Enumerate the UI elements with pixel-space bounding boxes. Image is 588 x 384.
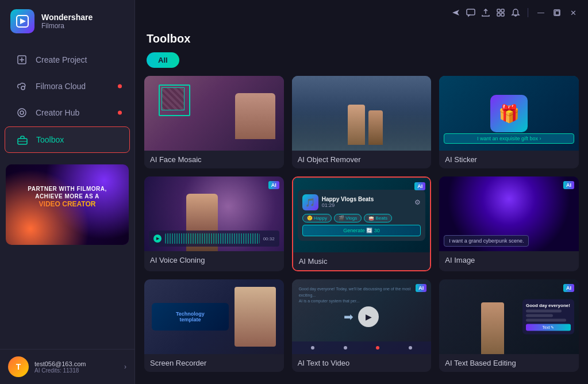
music-tags: 🙂 Happy 🎬 Vlogs 🥁 Beats [302,214,421,222]
ai-badge-music: AI [414,182,425,190]
label-ai-sticker: AI Sticker [439,151,579,168]
thumb-ai-text-based-editing: AI Good day everyone! Text ✎ [439,279,579,354]
image-prompt-text: I want a grand cyberpunk scene. [444,235,529,247]
toolbox-icon [17,134,28,145]
label-screen-recorder: Screen Recorder [144,354,284,372]
music-generate-button[interactable]: Generate 🔄 30 [302,225,421,236]
main-content: — ✕ Toolbox All [135,0,588,384]
app-name: Filmora [41,22,93,30]
avatar: T [8,356,29,377]
chat-icon[interactable] [466,7,476,18]
label-ai-face-mosaic: AI Face Mosaic [144,151,284,168]
thumb-face-mosaic [144,76,284,151]
sidebar-item-create-project[interactable]: Create Project [5,47,130,72]
win-separator [528,8,528,17]
creator-hub-icon [16,107,28,118]
tool-card-ai-voice-cloning[interactable]: AI ▶ 00:32 AI Voice Cloning [144,176,284,271]
user-chevron-icon: › [124,363,126,371]
music-card: 🎵 Happy Vlogs Beats 01:29 ⚙ 🙂 Happy 🎬 Vl… [298,190,426,241]
filmora-cloud-icon [16,80,28,92]
page-title: Toolbox [147,32,577,45]
music-header: 🎵 Happy Vlogs Beats 01:29 ⚙ [302,194,421,210]
logo-area: Wondershare Filmora [0,0,134,43]
ai-badge-text-editing: AI [563,284,574,292]
tool-card-ai-face-mosaic[interactable]: AI Face Mosaic [144,76,284,168]
upload-icon[interactable] [481,7,491,18]
ai-badge-text-video: AI [416,284,426,292]
promo-banner[interactable]: PARTNER WITH FILMORA, ACHIEVE MORE AS A … [6,164,129,245]
title-bar: — ✕ [135,0,588,25]
svg-rect-10 [497,9,500,12]
music-tag-beats: 🥁 Beats [364,214,392,222]
sidebar-item-filmora-cloud[interactable]: Filmora Cloud [5,74,130,99]
close-button[interactable]: ✕ [567,7,579,18]
tool-card-ai-object-remover[interactable]: AI Object Remover [292,76,432,168]
svg-point-5 [18,109,26,117]
promo-text-line1: PARTNER WITH FILMORA, [28,185,107,193]
label-ai-object-remover: AI Object Remover [292,151,432,168]
label-ai-text-to-video: AI Text to Video [292,354,432,372]
sidebar-label-toolbox: Toolbox [36,135,64,144]
svg-rect-9 [467,9,475,15]
nav-menu: Create Project Filmora Cloud Creator Hub [0,43,134,158]
user-info: test056@163.com AI Credits: 11318 [34,360,118,374]
minimize-button[interactable]: — [535,7,547,18]
brand-name: Wondershare [41,13,93,22]
tab-all[interactable]: All [147,52,179,68]
svg-rect-13 [501,13,504,16]
bell-icon[interactable] [510,7,521,18]
music-generate-label: Generate 🔄 30 [343,228,380,233]
sidebar-item-creator-hub[interactable]: Creator Hub [5,100,130,125]
music-tag-happy: 🙂 Happy [302,214,332,222]
tool-card-ai-image[interactable]: AI I want a grand cyberpunk scene. AI Im… [439,176,579,271]
sidebar: Wondershare Filmora Create Project [0,0,135,384]
label-ai-image: AI Image [439,251,579,269]
user-area[interactable]: T test056@163.com AI Credits: 11318 › [0,349,134,384]
sidebar-label-creator-hub: Creator Hub [36,108,79,117]
airplane-icon[interactable] [451,7,461,18]
sidebar-label-create-project: Create Project [36,55,87,64]
grid-icon[interactable] [495,7,506,18]
tool-card-ai-text-based-editing[interactable]: AI Good day everyone! Text ✎ AI Text Bas… [439,279,579,372]
tool-card-ai-music[interactable]: AI 🎵 Happy Vlogs Beats 01:29 ⚙ [292,176,432,271]
thumb-ai-voice-cloning: AI ▶ 00:32 [144,176,284,251]
music-ui: 🎵 Happy Vlogs Beats 01:29 ⚙ 🙂 Happy 🎬 Vl… [293,178,431,252]
thumb-screen-recorder: Technologytemplate [144,279,284,354]
svg-point-6 [20,111,24,114]
thumb-ai-text-to-video: AI Good day everyone! Today, we'll be di… [292,279,432,354]
tool-card-ai-sticker[interactable]: 🎁 I want an exquisite gift box › AI Stic… [439,76,579,168]
thumb-ai-music: AI 🎵 Happy Vlogs Beats 01:29 ⚙ [293,178,431,252]
maximize-button[interactable] [551,7,563,18]
label-ai-voice-cloning: AI Voice Cloning [144,251,284,269]
ai-badge-voice: AI [268,181,279,189]
tool-card-screen-recorder[interactable]: Technologytemplate Screen Recorder [144,279,284,372]
promo-text-highlight: VIDEO CREATOR [28,200,107,208]
label-ai-text-based-editing: AI Text Based Editing [439,354,579,372]
promo-content: PARTNER WITH FILMORA, ACHIEVE MORE AS A … [23,181,112,213]
thumb-ai-sticker: 🎁 I want an exquisite gift box › [439,76,579,151]
sidebar-label-filmora-cloud: Filmora Cloud [36,82,86,91]
thumb-ai-image: AI I want a grand cyberpunk scene. [439,176,579,251]
ai-badge-image: AI [563,181,574,189]
music-note-icon: 🎵 [302,194,318,210]
music-info: Happy Vlogs Beats 01:29 [322,196,412,208]
tools-grid: AI Face Mosaic AI Object Remover [144,76,579,372]
creator-hub-badge [118,111,122,115]
thumb-ai-object-remover [292,76,432,151]
toolbox-header: Toolbox All [135,25,588,68]
tools-grid-area: AI Face Mosaic AI Object Remover [135,68,588,384]
svg-rect-12 [497,13,500,16]
music-tag-vlogs: 🎬 Vlogs [334,214,362,222]
tool-card-ai-text-to-video[interactable]: AI Good day everyone! Today, we'll be di… [292,279,432,372]
image-bg: I want a grand cyberpunk scene. [439,176,579,251]
filmora-cloud-badge [118,85,122,89]
sidebar-item-toolbox[interactable]: Toolbox [5,126,130,153]
music-time: 01:29 [322,202,412,208]
user-credits: AI Credits: 11318 [34,367,118,374]
svg-rect-11 [501,9,504,12]
tabs-bar: All [147,52,577,68]
music-title: Happy Vlogs Beats [322,196,412,202]
label-ai-music: AI Music [293,252,431,270]
app-logo-icon [10,9,34,33]
create-project-icon [16,54,28,66]
